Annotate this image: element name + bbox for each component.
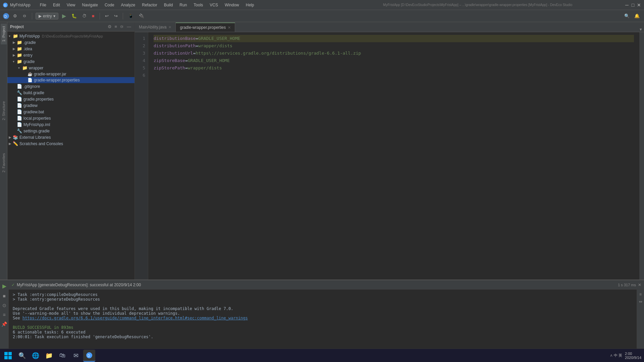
tab-scroll-button[interactable]: ▾ xyxy=(638,27,644,32)
code-value-3: https\://services.gradle.org/distributio… xyxy=(196,50,361,57)
sidebar-filter-button[interactable]: ≡ xyxy=(114,23,118,30)
maximize-button[interactable]: □ xyxy=(631,3,635,7)
tree-item-iml[interactable]: 📄 MyFristApp.iml xyxy=(7,121,135,128)
taskbar-deveco[interactable]: D xyxy=(83,350,95,362)
run-status-icon: ✓ xyxy=(11,283,15,287)
toolbar-settings-button[interactable]: ⛭ xyxy=(21,12,29,19)
sidebar-collapse-button[interactable]: — xyxy=(126,23,132,30)
menu-build[interactable]: Build xyxy=(161,2,176,8)
deveco-logo-icon: D xyxy=(3,13,9,19)
tree-label-wrapper-jar: gradle-wrapper.jar xyxy=(34,72,66,76)
side-tab-structure[interactable]: 2: Structure xyxy=(1,99,7,123)
start-button[interactable] xyxy=(3,350,13,361)
close-button[interactable]: ✕ xyxy=(637,3,641,7)
notifications-button[interactable]: 🔔 xyxy=(633,12,641,19)
taskbar-search[interactable]: 🔍 xyxy=(16,350,28,362)
minimize-button[interactable]: ─ xyxy=(625,3,629,7)
run-header: ✓ MyFristApp [generateDebugResources]: s… xyxy=(9,280,644,290)
menu-vcs[interactable]: VCS xyxy=(207,2,221,8)
output-wrap-button[interactable]: ≡ xyxy=(638,291,643,298)
tree-item-gradle-hidden[interactable]: ▶ 📁 .gradle xyxy=(7,39,135,46)
redo-button[interactable]: ↪ xyxy=(112,12,119,19)
tree-item-wrapper-props[interactable]: 📄 gradle-wrapper.properties xyxy=(7,77,135,83)
entry-dropdown[interactable]: ▶ entry ▾ xyxy=(36,13,58,19)
tree-label-root: MyFristApp xyxy=(19,34,40,39)
profile-button[interactable]: ⏱ xyxy=(80,12,88,19)
tree-item-external-libs[interactable]: ▶ 📚 External Libraries xyxy=(7,134,135,140)
undo-button[interactable]: ↩ xyxy=(103,12,110,19)
menu-tools[interactable]: Tools xyxy=(191,2,206,8)
menu-refactor[interactable]: Refactor xyxy=(139,2,160,8)
tree-item-gitignore[interactable]: 📄 .gitignore xyxy=(7,83,135,89)
code-key-2: distributionPath xyxy=(154,42,196,50)
code-eq-5: = xyxy=(185,64,188,72)
menu-window[interactable]: Window xyxy=(222,2,242,8)
search-everywhere-button[interactable]: 🔍 xyxy=(623,12,631,19)
file-icon-settings-gradle: 🔧 xyxy=(17,128,22,133)
file-icon-external-libs: 📚 xyxy=(13,135,18,140)
tree-item-wrapper-jar[interactable]: ☕ gradle-wrapper.jar xyxy=(7,71,135,77)
tab-main-ability-label: MainAbility.java xyxy=(139,25,166,29)
sidebar-sync-button[interactable]: ⚙ xyxy=(107,23,112,30)
tree-item-entry[interactable]: ▶ 📁 entry xyxy=(7,52,135,58)
debug-button[interactable]: 🐛 xyxy=(70,12,78,19)
menu-view[interactable]: View xyxy=(64,2,78,8)
tree-item-local-props[interactable]: 📄 local.properties xyxy=(7,115,135,121)
sidebar-header: Project ⚙ ≡ ⛭ — xyxy=(7,22,135,32)
code-key-1: distributionBase xyxy=(154,35,196,42)
run-filter-button[interactable]: ≡ xyxy=(1,311,7,319)
menu-navigate[interactable]: Navigate xyxy=(79,2,101,8)
menu-code[interactable]: Code xyxy=(102,2,117,8)
menu-file[interactable]: File xyxy=(37,2,49,8)
svg-rect-7 xyxy=(8,356,12,359)
run-scroll-button[interactable]: ⊙ xyxy=(1,301,8,309)
taskbar-mail[interactable]: ✉ xyxy=(70,350,82,362)
tab-main-ability-close[interactable]: ✕ xyxy=(168,25,171,29)
tray-time: 2:00 2020/9/14 xyxy=(625,352,641,360)
tree-item-gradle-props[interactable]: 📄 gradle.properties xyxy=(7,96,135,102)
run-pin-button[interactable]: 📌 xyxy=(0,320,8,328)
tree-item-gradlew-bat[interactable]: 📄 gradlew.bat xyxy=(7,109,135,115)
tree-item-build-gradle[interactable]: 🔧 build.gradle xyxy=(7,89,135,96)
folder-icon-wrapper: 📁 xyxy=(22,65,28,70)
taskbar-edge[interactable]: 🌐 xyxy=(30,350,42,362)
code-content[interactable]: distributionBase=GRADLE_USER_HOME distri… xyxy=(148,32,639,280)
run-button[interactable]: ▶ xyxy=(60,12,68,20)
run-play-button[interactable]: ▶ xyxy=(1,282,8,291)
menu-help[interactable]: Help xyxy=(243,2,257,8)
sync-project-button[interactable]: ⚙ xyxy=(11,12,19,19)
hdc-button[interactable]: 🔌 xyxy=(137,12,146,19)
tree-item-scratches[interactable]: ▶ ✏️ Scratches and Consoles xyxy=(7,140,135,147)
taskbar-store[interactable]: 🛍 xyxy=(56,350,68,362)
tree-item-settings-gradle[interactable]: 🔧 settings.gradle xyxy=(7,128,135,134)
file-icon-gitignore: 📄 xyxy=(17,84,22,89)
run-stop-button[interactable]: ■ xyxy=(1,292,7,300)
tab-main-ability[interactable]: MainAbility.java ✕ xyxy=(135,22,176,32)
editor-scrollbar[interactable] xyxy=(639,32,644,280)
menu-run[interactable]: Run xyxy=(177,2,190,8)
tree-item-gradlew[interactable]: 📄 gradlew xyxy=(7,102,135,109)
line-numbers: 1 2 3 4 5 6 xyxy=(135,32,148,280)
tree-item-gradle-folder[interactable]: ▾ 📁 gradle xyxy=(7,58,135,65)
run-warning-msg: Use '--warning-mode all' to show the ind… xyxy=(13,311,633,316)
stop-button[interactable]: ■ xyxy=(90,12,96,19)
main-layout: 1: Project 2: Structure 2: Favorites Pro… xyxy=(0,22,644,362)
menu-analyze[interactable]: Analyze xyxy=(118,2,138,8)
sidebar-settings-button[interactable]: ⛭ xyxy=(119,23,125,30)
tab-gradle-wrapper-close[interactable]: ✕ xyxy=(228,25,231,30)
run-link[interactable]: https://docs.gradle.org/6.6.1/userguide/… xyxy=(22,316,248,320)
output-soft-wrap-button[interactable]: ⇔ xyxy=(638,298,643,305)
taskbar-explorer[interactable]: 📁 xyxy=(43,350,55,362)
device-manager-button[interactable]: 📱 xyxy=(126,12,135,19)
tree-item-idea[interactable]: ▶ 📁 .idea xyxy=(7,46,135,52)
side-tab-favorites[interactable]: 2: Favorites xyxy=(1,150,7,175)
content-area: 1: Project 2: Structure 2: Favorites Pro… xyxy=(0,22,644,280)
run-toolbar: ▶ ■ ⊙ ≡ 📌 xyxy=(0,280,9,359)
tab-gradle-wrapper-props[interactable]: gradle-wrapper.properties ✕ xyxy=(176,22,235,32)
menu-edit[interactable]: Edit xyxy=(50,2,63,8)
tree-item-root[interactable]: ▾ 📁 MyFristApp D:\DevEcoStudioProjects\M… xyxy=(7,33,135,39)
tab-gradle-wrapper-label: gradle-wrapper.properties xyxy=(180,25,226,30)
tree-item-wrapper[interactable]: ▾ 📁 wrapper xyxy=(7,65,135,71)
run-panel-close[interactable]: ✕ xyxy=(638,283,641,287)
side-tab-project[interactable]: 1: Project xyxy=(1,23,7,44)
